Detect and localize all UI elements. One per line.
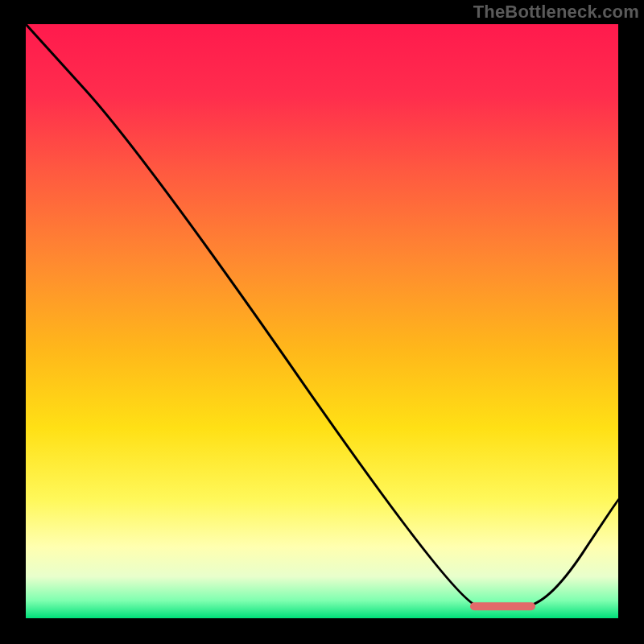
chart-container: TheBottleneck.com [0,0,644,644]
gradient-fill [26,24,618,618]
watermark-text: TheBottleneck.com [473,2,639,23]
plot-area [26,24,618,618]
chart-svg [26,24,618,618]
optimal-marker [470,602,535,610]
